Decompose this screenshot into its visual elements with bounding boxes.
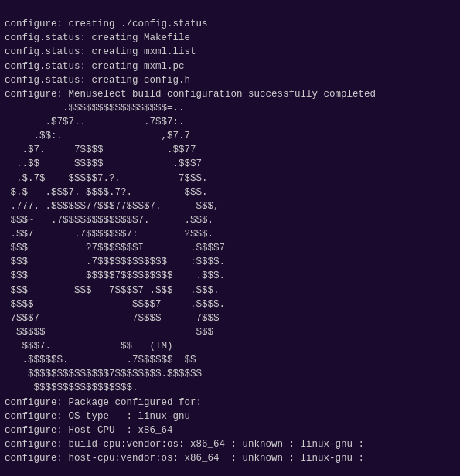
terminal-line: configure: Package configured for: — [5, 396, 455, 410]
terminal-line: .$$$$$$$$$$$$$$$$$=.. — [5, 101, 455, 115]
terminal-line: .$.7$ $$$$$7.?. 7$$$. — [5, 172, 455, 185]
terminal-line: .$$7 .7$$$$$$$7: ?$$$. — [5, 227, 455, 241]
terminal-line: 7$$$7 7$$$$ 7$$$ — [5, 311, 455, 325]
terminal-line: .$$$$$$. .7$$$$$$ $$ — [5, 353, 455, 367]
terminal-line: $.$ .$$$7. $$$$.7?. $$$. — [5, 185, 455, 199]
terminal-line: $$$ .7$$$$$$$$$$$$ :$$$$. — [5, 255, 455, 269]
terminal-line: configure: Menuselect build configuratio… — [5, 87, 455, 101]
terminal-line: config.status: creating Makefile — [5, 31, 455, 45]
terminal-line: configure: OS type : linux-gnu — [5, 410, 455, 423]
terminal-line: config.status: creating mxml.pc — [5, 60, 455, 73]
terminal-line: configure: host-cpu:vendor:os: x86_64 : … — [5, 451, 455, 465]
terminal-line: $$$$ $$$$7 .$$$$. — [5, 298, 455, 311]
terminal-line: $$$$$$$$$$$$$$$$$. — [5, 381, 455, 395]
terminal-line: .$7$7.. .7$$7:. — [5, 115, 455, 129]
terminal-line: $$$~ .7$$$$$$$$$$$$$7. .$$$. — [5, 213, 455, 227]
terminal-line: $$$ ?7$$$$$$$I .$$$$7 — [5, 241, 455, 255]
terminal-line: $$$ $$$ 7$$$$7 .$$$ .$$$. — [5, 284, 455, 298]
terminal-line: $$$7. $$ (TM) — [5, 339, 455, 353]
terminal-line: configure: build-cpu:vendor:os: x86_64 :… — [5, 437, 455, 451]
terminal-line: configure: creating ./config.status — [5, 17, 455, 31]
terminal-line: $$$$$ $$$ — [5, 325, 455, 339]
terminal-line: config.status: creating config.h — [5, 73, 455, 87]
terminal-line: $$$$$$$$$$$$$$7$$$$$$$$.$$$$$$ — [5, 367, 455, 381]
terminal-window: configure: creating ./config.statusconfi… — [0, 0, 460, 476]
terminal-line: .$7. 7$$$$ .$$77 — [5, 143, 455, 157]
terminal-line: $$$ $$$$$7$$$$$$$$$ .$$$. — [5, 269, 455, 283]
terminal-line: configure: Host CPU : x86_64 — [5, 423, 455, 437]
terminal-line: .777. .$$$$$$77$$$77$$$$7. $$$, — [5, 199, 455, 213]
terminal-line: config.status: creating mxml.list — [5, 45, 455, 59]
terminal-line: .$$:. ,$7.7 — [5, 129, 455, 143]
terminal-line: ..$$ $$$$$ .$$$7 — [5, 157, 455, 171]
